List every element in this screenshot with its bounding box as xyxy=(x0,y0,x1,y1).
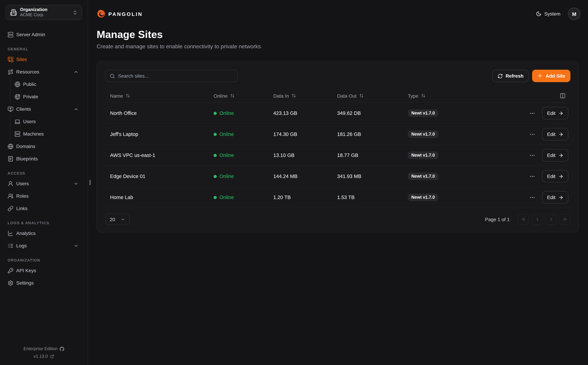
sidebar: Organization ACME Corp. Server Admin GEN… xyxy=(0,0,88,365)
sites-card: Refresh Add Site Name xyxy=(97,61,579,232)
version-label: v1.13.0 xyxy=(34,353,48,360)
sort-icon xyxy=(126,93,130,98)
sidebar-item-domains[interactable]: Domains xyxy=(6,140,82,153)
next-page-button[interactable] xyxy=(546,214,557,225)
external-link-icon[interactable] xyxy=(50,354,54,358)
sidebar-item-label: Machines xyxy=(23,131,44,137)
column-header-name[interactable]: Name xyxy=(105,93,209,98)
sidebar-item-machines[interactable]: Machines xyxy=(14,128,82,140)
sidebar-item-clients[interactable]: Clients xyxy=(6,103,82,115)
sidebar-item-sites[interactable]: Sites xyxy=(6,53,82,66)
last-page-button[interactable] xyxy=(559,214,570,225)
edit-button[interactable]: Edit xyxy=(542,191,568,204)
table-row: North Office Online 423.13 GB 349.62 DB … xyxy=(105,103,570,124)
sidebar-item-client-users[interactable]: Users xyxy=(14,115,82,128)
online-label: Online xyxy=(219,195,234,200)
site-type: Newt v1.7.0 xyxy=(403,130,523,138)
column-header-data-in[interactable]: Data In xyxy=(268,93,332,98)
first-page-button[interactable] xyxy=(518,214,529,225)
search-box[interactable] xyxy=(105,70,238,82)
section-label-access: ACCESS xyxy=(7,171,82,175)
edit-button[interactable]: Edit xyxy=(542,149,568,161)
columns-view-icon[interactable] xyxy=(560,93,566,99)
sidebar-footer: Enterprise Edition v1.13.0 xyxy=(0,345,88,360)
sidebar-item-roles[interactable]: Roles xyxy=(6,190,82,202)
sidebar-item-label: Users xyxy=(16,181,29,186)
column-header-online[interactable]: Online xyxy=(209,93,268,98)
sidebar-item-label: Private xyxy=(23,94,38,99)
site-data-out: 349.62 DB xyxy=(332,110,403,116)
page-header: Manage Sites Create and manage sites to … xyxy=(97,28,579,50)
avatar[interactable]: M xyxy=(568,7,581,20)
search-input[interactable] xyxy=(118,73,233,79)
arrow-right-icon xyxy=(558,111,563,116)
site-status: Online xyxy=(209,195,268,200)
organization-selector[interactable]: Organization ACME Corp. xyxy=(6,5,82,20)
github-icon[interactable] xyxy=(60,347,64,351)
site-type-badge: Newt v1.7.0 xyxy=(408,151,438,159)
sidebar-item-label: Public xyxy=(23,81,36,87)
globe-icon xyxy=(14,81,20,87)
row-menu-button[interactable] xyxy=(528,193,537,202)
chevrons-up-down-icon xyxy=(72,10,78,15)
site-name: Edge Device 01 xyxy=(105,174,209,179)
sidebar-item-settings[interactable]: Settings xyxy=(6,277,82,289)
online-label: Online xyxy=(219,174,234,179)
table-header: Name Online Data In xyxy=(105,89,570,103)
sort-icon xyxy=(359,93,364,98)
edit-button[interactable]: Edit xyxy=(542,128,568,140)
site-data-out: 1.53 TB xyxy=(332,195,403,200)
link-icon xyxy=(7,205,14,211)
sidebar-item-private[interactable]: Private xyxy=(14,90,82,103)
site-type: Newt v1.7.0 xyxy=(403,194,523,201)
sidebar-item-users[interactable]: Users xyxy=(6,177,82,190)
row-actions: Edit xyxy=(523,107,570,119)
sidebar-item-resources[interactable]: Resources xyxy=(6,66,82,78)
row-menu-button[interactable] xyxy=(528,130,537,139)
add-site-button[interactable]: Add Site xyxy=(532,70,570,82)
row-menu-button[interactable] xyxy=(528,172,537,181)
online-dot-icon xyxy=(214,112,217,115)
sidebar-item-links[interactable]: Links xyxy=(6,202,82,215)
online-label: Online xyxy=(219,131,234,137)
page-title: Manage Sites xyxy=(97,28,579,41)
table-row: Jeff's Laptop Online 174.30 GB 181.26 GB… xyxy=(105,124,570,145)
row-menu-button[interactable] xyxy=(528,109,537,118)
online-dot-icon xyxy=(214,133,217,136)
globe-icon xyxy=(7,143,14,149)
sidebar-item-api-keys[interactable]: API Keys xyxy=(6,264,82,277)
brand-name: PANGOLIN xyxy=(108,11,143,17)
sidebar-item-public[interactable]: Public xyxy=(14,78,82,90)
plus-icon xyxy=(537,73,543,79)
page-size-select[interactable]: 20 xyxy=(105,214,130,225)
site-status: Online xyxy=(209,131,268,137)
server-icon xyxy=(14,131,20,137)
online-label: Online xyxy=(219,153,234,158)
online-dot-icon xyxy=(214,196,217,199)
theme-toggle[interactable]: System xyxy=(536,11,560,17)
sidebar-item-logs[interactable]: Logs xyxy=(6,239,82,252)
edit-button[interactable]: Edit xyxy=(542,170,568,182)
server-icon xyxy=(7,32,14,37)
chevron-down-icon xyxy=(73,243,79,248)
site-type-badge: Newt v1.7.0 xyxy=(408,173,438,180)
site-name: Home Lab xyxy=(105,195,209,200)
resources-sub-list: Public Private xyxy=(10,78,82,103)
main-content: PANGOLIN System M Manage Sites Cre xyxy=(88,0,588,365)
refresh-button[interactable]: Refresh xyxy=(492,70,529,82)
sidebar-item-blueprints[interactable]: Blueprints xyxy=(6,153,82,165)
sidebar-item-label: Roles xyxy=(16,193,29,199)
sidebar-item-analytics[interactable]: Analytics xyxy=(6,227,82,239)
sidebar-item-server-admin[interactable]: Server Admin xyxy=(6,28,82,41)
column-header-data-out[interactable]: Data Out xyxy=(332,93,403,98)
section-label-organization: ORGANIZATION xyxy=(7,258,82,262)
row-menu-button[interactable] xyxy=(528,151,537,160)
brand[interactable]: PANGOLIN xyxy=(97,9,143,18)
edit-button[interactable]: Edit xyxy=(542,107,568,119)
sidebar-item-label: Settings xyxy=(16,280,34,286)
previous-page-button[interactable] xyxy=(532,214,543,225)
column-header-type[interactable]: Type xyxy=(403,93,560,98)
logs-icon xyxy=(7,243,14,249)
sidebar-resize-handle[interactable] xyxy=(89,180,91,185)
sidebar-item-label: Analytics xyxy=(16,231,35,236)
